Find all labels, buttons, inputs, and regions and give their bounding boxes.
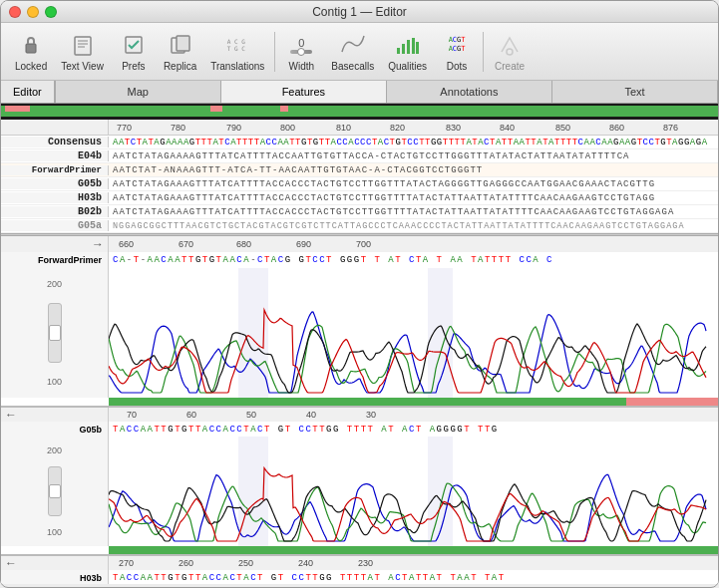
close-button[interactable] [9,6,21,18]
text-view-label: Text View [61,61,104,72]
seq-data-g05b-top: AATCTATAGAAAGTTTATCATTTTACCACCCTACTGTCCT… [109,179,655,189]
arrow-left-g05b: ← [5,408,17,422]
tab-annotations[interactable]: Annotations [387,81,552,103]
seq-label-h03b-top: H03b [1,192,109,203]
prefs-label: Prefs [122,61,145,72]
basecalls-icon [339,31,367,59]
traffic-lights [9,6,57,18]
chrom-plot-g05b: 200 100 [1,437,718,546]
create-icon [496,31,524,59]
chrom-arrow-h03b: ← 270 260 250 240 230 [1,556,718,570]
chrom-plot-fp: 200 100 [1,268,718,398]
tab-text[interactable]: Text [552,81,718,103]
locked-icon [17,31,45,59]
width-icon: 0 [287,31,315,59]
tab-features[interactable]: Features [221,81,387,103]
seq-label-g05a: G05a [1,220,109,231]
quality-bar-fp [109,398,718,406]
dots-icon: ACGT ACGT [443,31,471,59]
qualities-icon [394,31,422,59]
ruler-num-770: 770 [117,123,132,133]
svg-rect-7 [177,36,189,51]
toolbar-basecalls[interactable]: Basecalls [325,29,380,74]
toolbar-locked[interactable]: Locked [9,29,53,74]
svg-rect-12 [407,40,410,54]
toolbar-prefs[interactable]: Prefs [112,29,156,74]
replica-label: Replica [164,61,196,72]
minimize-button[interactable] [27,6,39,18]
toolbar-replica[interactable]: Replica [158,29,202,74]
tab-bar: Editor Map Features Annotations Text [1,81,718,104]
seq-data-b02b: AATCTATAGAAAGTTTATCATTTTACCACCCTACTGTCCT… [109,207,674,217]
seq-label-b02b: B02b [1,206,109,217]
chrom-seq-fp: ForwardPrimer CA-T-AACAATTGTGTAACA-CTACG… [1,252,718,268]
tab-map[interactable]: Map [56,81,221,103]
seq-row-e04b: E04b AATCTATAGAAAAGTTTATCATTTTACCAATTGTG… [1,149,718,163]
ruler-row: 770 780 790 800 810 820 830 840 850 860 … [1,120,718,136]
create-label: Create [495,61,525,72]
toolbar-translations[interactable]: A C GT G C Translations [204,29,270,74]
main-content: 770 780 790 800 810 820 830 840 850 860 … [1,104,718,584]
seq-data-forwardprimer-top: AATCTAT-ANAAAGTTT-ATCA-TT-AACAATTGTGTAAC… [109,165,483,175]
ruler-num-850: 850 [555,123,570,133]
chrom-section-h03b: ← 270 260 250 240 230 H03b TACCAATTGTGTT… [1,556,718,584]
ruler-num-810: 810 [336,123,351,133]
ruler-num-840: 840 [500,123,515,133]
seq-data-consensus: AATCTATAGAAAAGTTTATCATTTTACCAATTGTGTTACC… [109,138,708,147]
chrom-seq-g05b: G05b TACCAATTGTGTTACCACCTACT GT CCTTGG T… [1,422,718,437]
sequence-rows: Consensus AATCTATAGAAAAGTTTATCATTTTACCAA… [1,136,718,233]
title-bar: Contig 1 — Editor [1,1,718,23]
svg-rect-14 [416,42,419,54]
svg-rect-1 [75,37,91,55]
text-view-icon [69,31,97,59]
toolbar-dots[interactable]: ACGT ACGT Dots [435,29,479,74]
ruler-num-830: 830 [446,123,461,133]
svg-text:A C G: A C G [227,38,245,45]
basecalls-label: Basecalls [331,61,374,72]
ruler-num-876: 876 [663,123,678,133]
seq-row-g05a: G05a NGGAGCGGCTTTAACGTCTGCTACGTACGTCGTCT… [1,219,718,233]
arrow-left-h03b: ← [5,556,17,570]
svg-rect-13 [412,38,415,54]
chrom-arrow-ruler-fp: → 660 670 680 690 700 [1,236,718,252]
svg-rect-0 [26,44,36,53]
translations-icon: A C GT G C [223,31,251,59]
chrom-section-forwardprimer: → 660 670 680 690 700 ForwardPrimer CA-T… [1,236,718,408]
seq-data-g05a: NGGAGCGGCTTTAACGTCTGCTACGTACGTCGTCTTCATT… [109,221,684,231]
seq-data-h03b-top: AATCTATAGAAAGTTTATCATTTTACCACCCTACTGTCCT… [109,193,655,203]
toolbar-qualities[interactable]: Qualities [382,29,433,74]
seq-row-b02b: B02b AATCTATAGAAAGTTTATCATTTTACCACCCTACT… [1,205,718,219]
toolbar-create[interactable]: Create [488,29,532,74]
tab-editor[interactable]: Editor [1,81,55,103]
quality-bar-g05b [109,546,718,554]
qualities-label: Qualities [388,61,427,72]
ruler-num-790: 790 [226,123,241,133]
seq-row-forwardprimer-top: ForwardPrimer AATCTAT-ANAAAGTTT-ATCA-TT-… [1,163,718,177]
width-label: Width [289,61,315,72]
replica-icon [167,31,194,59]
translations-label: Translations [210,61,264,72]
chrom-arrow-g05b: ← 70 60 50 40 30 [1,408,718,422]
toolbar-width[interactable]: 0 Width [279,29,323,74]
toolbar: Locked Text View Prefs Replica A C GT G … [1,23,718,81]
seq-row-h03b-top: H03b AATCTATAGAAAGTTTATCATTTTACCACCCTACT… [1,191,718,205]
ruler-num-780: 780 [171,123,185,133]
tab-nav: Map Features Annotations Text [55,81,718,103]
seq-label-forwardprimer-top: ForwardPrimer [1,165,109,175]
ruler-num-800: 800 [280,123,295,133]
divider-1 [274,32,275,72]
seq-label-g05b-top: G05b [1,178,109,189]
svg-point-15 [507,49,513,55]
seq-row-consensus: Consensus AATCTATAGAAAAGTTTATCATTTTACCAA… [1,136,718,149]
seq-data-e04b: AATCTATAGAAAAGTTTATCATTTTACCAATTGTGTTACC… [109,151,629,161]
chrom-seq-h03b: H03b TACCAATTGTGTTACCACTACT GT CCTTGG TT… [1,570,718,584]
toolbar-text-view[interactable]: Text View [55,29,110,74]
maximize-button[interactable] [45,6,57,18]
svg-text:T G C: T G C [227,45,245,52]
svg-rect-11 [402,44,405,54]
window-title: Contig 1 — Editor [312,5,407,19]
ruler-num-820: 820 [390,123,405,133]
locked-label: Locked [15,61,47,72]
overview-bar [1,104,718,120]
prefs-icon [120,31,148,59]
